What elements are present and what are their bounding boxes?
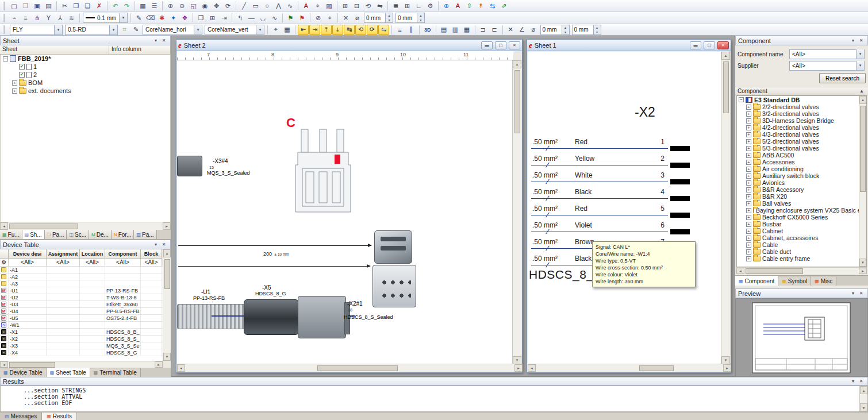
wire-colour[interactable]: Black [575, 255, 592, 263]
block-cell[interactable] [141, 273, 162, 280]
device-designation-cell[interactable]: -U1 [9, 287, 47, 294]
flag-green-icon[interactable]: ⚑ [285, 13, 296, 23]
panel-options-icon[interactable]: ▾ [849, 290, 857, 297]
sheet1-vscrollbar[interactable]: ▲ ▼ [721, 52, 730, 364]
connector-x3-pin-count[interactable]: 15 [209, 165, 214, 169]
scroll-down-icon[interactable]: ▼ [721, 356, 730, 364]
array-icon[interactable]: ⊞ [207, 13, 218, 23]
component-cell[interactable]: MQS_3_S_Se [105, 342, 141, 349]
scroll-thumb[interactable] [514, 70, 520, 133]
toolbar-grip[interactable] [3, 14, 6, 22]
expand-icon[interactable]: + [746, 111, 751, 117]
expand-icon[interactable]: + [12, 88, 17, 94]
component-section-bar[interactable]: Component ▲ [735, 87, 868, 95]
scroll-up-icon[interactable]: ▲ [721, 52, 730, 60]
bundle-icon[interactable]: ≡ [20, 13, 31, 23]
expand-icon[interactable]: + [12, 80, 17, 86]
table-row[interactable]: -A1 [0, 267, 163, 273]
expand-icon[interactable]: + [746, 118, 751, 124]
insert-text-icon[interactable]: A [452, 1, 463, 11]
column-header-icon[interactable] [0, 249, 9, 259]
spinner-arrows[interactable]: ▲▼ [417, 13, 424, 22]
expand-icon[interactable]: + [746, 187, 751, 192]
results-log[interactable]: ▲ ▼ ...section STRINGS...section ATTVAL.… [0, 386, 868, 412]
dock-tab[interactable]: ▦ Fu... [0, 230, 22, 239]
location-cell[interactable] [80, 280, 105, 287]
wire-cross-section[interactable]: .50 mm² [532, 221, 558, 229]
table-row[interactable]: -A2 [0, 273, 163, 280]
expand-icon[interactable]: + [746, 201, 751, 206]
insert-symbol-icon[interactable]: ⊕ [441, 1, 452, 11]
expand-icon[interactable]: + [746, 222, 751, 227]
toolbar-grip[interactable] [3, 2, 6, 10]
delete-segment-icon[interactable]: ✕ [340, 13, 351, 23]
component-category[interactable]: + Cabinet, accessoires [737, 234, 866, 241]
measure-icon[interactable]: ⌀ [528, 25, 539, 35]
expand-icon[interactable]: + [746, 215, 751, 220]
expand-icon[interactable]: + [746, 256, 751, 261]
sheet2-vscrollbar[interactable]: ▲ ▼ [512, 60, 521, 364]
assignment-cell[interactable] [47, 280, 80, 287]
align-right-icon[interactable]: ⇥ [309, 25, 320, 35]
sheet-tree-item[interactable]: + ✓ BOM [1, 79, 170, 87]
component-category[interactable]: + 3D-Harness Design Bridge [737, 117, 866, 124]
spinner-arrows[interactable]: ▲▼ [385, 13, 393, 22]
curve-icon[interactable]: ◡ [258, 13, 268, 23]
marker-icon[interactable]: ❖ [179, 13, 190, 23]
rectangle-tool-icon[interactable]: ▭ [250, 1, 261, 11]
block-cell[interactable] [141, 301, 162, 307]
component-category[interactable]: + 4/2-directional valves [737, 124, 866, 131]
assignment-cell[interactable] [47, 273, 80, 280]
zoom-out-icon[interactable]: ⊖ [176, 1, 187, 11]
wire-cross-section[interactable]: .50 mm² [532, 171, 558, 179]
component-category[interactable]: + Avionics [737, 179, 866, 186]
open-project-icon[interactable]: ❒ [20, 1, 31, 11]
align-top-icon[interactable]: ⤒ [321, 25, 332, 35]
chevron-down-icon[interactable]: ▾ [109, 25, 117, 34]
table-row[interactable]: ▪ -X4 HDSCS_8_G [0, 349, 163, 356]
filter-cell[interactable]: <All> [105, 259, 141, 266]
redo-icon[interactable]: ↷ [121, 1, 132, 11]
expand-icon[interactable]: + [746, 249, 751, 255]
table-row[interactable]: ▪ -X1 HDSCS_8_B_ [0, 329, 163, 336]
component-cell[interactable]: HDSCS_8_S_ [105, 336, 141, 342]
expand-icon[interactable]: + [746, 146, 751, 151]
wire-row[interactable]: .50 mm² White 3 [531, 167, 692, 183]
settings-icon[interactable]: ⚙ [425, 1, 436, 11]
collapse-icon[interactable]: − [739, 97, 744, 102]
assignment-cell[interactable] [47, 322, 80, 328]
wire-line[interactable] [531, 148, 668, 149]
scroll-left-icon[interactable]: ◄ [528, 364, 536, 372]
ortho-icon[interactable]: ∟ [413, 1, 424, 11]
wire-cross-section[interactable]: .50 mm² [532, 255, 558, 263]
table-row[interactable]: M -U3 Etikett_35x60 [0, 301, 163, 308]
group-icon[interactable]: ⊞ [340, 1, 351, 11]
minimize-icon[interactable]: ▬ [690, 41, 701, 49]
print-icon[interactable]: ▤ [43, 1, 54, 11]
sheet-tree-item[interactable]: + ✓ 2 [1, 71, 170, 79]
rotate-ccw-icon[interactable]: ⟲ [355, 25, 366, 35]
pan-icon[interactable]: ✥ [211, 1, 222, 11]
sheet-checkbox[interactable]: ✓ [19, 72, 25, 78]
block-cell[interactable] [141, 342, 162, 349]
expand-icon[interactable]: + [746, 160, 751, 165]
sheet1-canvas[interactable]: -X2 .50 mm² Red 1 .5 [528, 52, 722, 364]
pin-number[interactable]: 1 [644, 138, 665, 146]
block-cell[interactable] [141, 315, 162, 321]
scroll-thumb[interactable] [164, 259, 170, 289]
dock-tab[interactable]: ❒ Pa... [45, 230, 67, 239]
component-cell[interactable] [105, 267, 141, 273]
assignment-cell[interactable] [47, 267, 80, 273]
wire-line[interactable] [531, 198, 668, 199]
line-width-combo[interactable]: 0.1 mm ▾ [83, 13, 128, 23]
scroll-thumb[interactable] [9, 362, 55, 368]
output-tab[interactable]: ▤ Messages [0, 413, 42, 420]
component-category[interactable]: + Cabinet [737, 228, 866, 234]
branch-icon[interactable]: ⋔ [32, 13, 43, 23]
component-tree-vscrollbar[interactable]: ▲ ▼ [859, 96, 866, 267]
device-designation-cell[interactable]: -U2 [9, 294, 47, 300]
supplier-combo[interactable]: <All> ▾ [789, 61, 865, 71]
wire-line[interactable] [531, 182, 668, 182]
chevron-down-icon[interactable]: ▾ [256, 25, 264, 34]
rename-icon[interactable]: ✎ [130, 25, 141, 35]
